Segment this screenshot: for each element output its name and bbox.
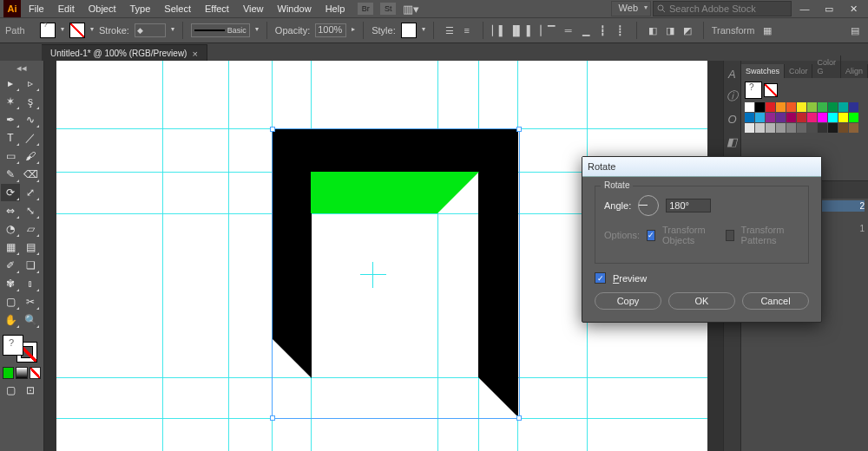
swatch-grid[interactable] xyxy=(745,102,865,133)
menu-edit[interactable]: Edit xyxy=(52,0,81,17)
ok-button[interactable]: OK xyxy=(668,292,735,310)
menu-file[interactable]: File xyxy=(23,0,50,17)
shape-green-tri[interactable] xyxy=(437,172,479,213)
menu-effect[interactable]: Effect xyxy=(199,0,235,17)
swatch[interactable] xyxy=(838,123,848,133)
tab-colorguide[interactable]: Color G xyxy=(812,56,841,78)
swatch[interactable] xyxy=(828,113,838,122)
type-tool[interactable]: T xyxy=(1,129,20,147)
align-bottom-icon[interactable]: ▁ xyxy=(578,23,594,37)
menu-window[interactable]: Window xyxy=(272,0,318,17)
window-maximize[interactable]: ▭ xyxy=(818,3,840,15)
swatch[interactable] xyxy=(838,102,848,112)
shape-mode-icon[interactable]: ◨ xyxy=(662,23,678,37)
window-minimize[interactable]: — xyxy=(793,3,816,14)
swatch[interactable] xyxy=(786,123,796,133)
tab-color[interactable]: Color xyxy=(785,64,813,78)
align-top-icon[interactable]: ▔ xyxy=(543,23,559,37)
current-fill-swatch[interactable]: ? xyxy=(745,82,762,99)
menu-help[interactable]: Help xyxy=(319,0,352,17)
perspective-tool[interactable]: ▱ xyxy=(21,220,40,238)
swatch[interactable] xyxy=(755,123,765,133)
preview-checkbox[interactable]: ✓ xyxy=(595,272,606,284)
symbol-sprayer-tool[interactable]: ✾ xyxy=(1,275,20,292)
tab-align[interactable]: Align xyxy=(841,64,868,78)
width-tool[interactable]: ⇔ xyxy=(1,202,20,219)
swatch[interactable] xyxy=(828,102,838,112)
selection-tool[interactable]: ▸ xyxy=(1,75,20,92)
none-swatch[interactable] xyxy=(764,83,778,97)
swatch[interactable] xyxy=(745,102,754,112)
swatch[interactable] xyxy=(766,102,775,112)
swatch[interactable] xyxy=(849,102,858,112)
rotate-tool[interactable]: ⟳ xyxy=(1,184,20,201)
hand-tool[interactable]: ✋ xyxy=(1,311,20,329)
pen-tool[interactable]: ✒ xyxy=(1,111,20,128)
opacity-field[interactable]: 100% xyxy=(315,23,346,37)
panel-icon[interactable]: A xyxy=(724,66,740,82)
slice-tool[interactable]: ✂ xyxy=(21,293,40,310)
eraser-tool[interactable]: ⌫ xyxy=(21,166,40,183)
copy-button[interactable]: Copy xyxy=(595,292,661,310)
swatch[interactable] xyxy=(755,113,765,122)
swatch[interactable] xyxy=(786,113,796,122)
brush-definition[interactable]: Basic xyxy=(191,23,250,37)
shape-left-leg[interactable] xyxy=(272,128,312,338)
swatch[interactable] xyxy=(818,123,827,133)
swatch[interactable] xyxy=(849,123,858,133)
swatch[interactable] xyxy=(766,113,775,122)
panel-icon[interactable]: O xyxy=(724,111,740,127)
angle-dial[interactable] xyxy=(638,195,659,216)
isolate-icon[interactable]: ▦ xyxy=(760,23,775,37)
panel-icon[interactable]: ⓘ xyxy=(724,88,740,104)
curvature-tool[interactable]: ∿ xyxy=(21,111,40,128)
shape-mode-icon[interactable]: ◧ xyxy=(645,23,661,37)
shaper-tool[interactable]: ✎ xyxy=(1,166,20,183)
swatch[interactable] xyxy=(766,123,775,133)
swatch[interactable] xyxy=(818,102,827,112)
color-mode-buttons[interactable] xyxy=(1,365,43,381)
swatch[interactable] xyxy=(838,113,848,122)
graph-tool[interactable]: ⫾ xyxy=(21,275,40,292)
align-right-icon[interactable]: ▌▕ xyxy=(526,23,542,37)
cancel-button[interactable]: Cancel xyxy=(742,292,809,310)
align-left-icon[interactable]: ▏▌ xyxy=(491,23,507,37)
dialog-titlebar[interactable]: Rotate xyxy=(582,157,821,177)
bridge-button[interactable]: Br xyxy=(358,3,373,15)
swatch[interactable] xyxy=(776,113,786,122)
swatch[interactable] xyxy=(776,102,786,112)
shape-mode-icon[interactable]: ◩ xyxy=(680,23,695,37)
eyedropper-tool[interactable]: ✐ xyxy=(1,257,20,274)
zoom-tool[interactable]: 🔍 xyxy=(21,311,40,329)
paintbrush-tool[interactable]: 🖌 xyxy=(21,147,40,165)
transform-link[interactable]: Transform xyxy=(712,25,755,36)
mesh-tool[interactable]: ▦ xyxy=(1,239,20,256)
swatch[interactable] xyxy=(797,113,806,122)
collapse-toolbox[interactable]: ◂◂ xyxy=(1,62,43,74)
panel-icon[interactable]: ◧ xyxy=(724,134,740,149)
close-tab-icon[interactable]: × xyxy=(192,49,197,59)
swatch[interactable] xyxy=(818,113,827,122)
line-tool[interactable]: ／ xyxy=(21,129,40,147)
swatch[interactable] xyxy=(755,102,765,112)
menu-object[interactable]: Object xyxy=(82,0,122,17)
gradient-tool[interactable]: ▤ xyxy=(21,239,40,256)
menu-type[interactable]: Type xyxy=(124,0,157,17)
window-close[interactable]: ✕ xyxy=(842,3,865,15)
workspace-switcher[interactable]: Web xyxy=(611,1,651,16)
swatch[interactable] xyxy=(807,113,817,122)
direct-selection-tool[interactable]: ▹ xyxy=(21,75,40,92)
shape-right-tri[interactable] xyxy=(478,377,518,417)
menu-view[interactable]: View xyxy=(237,0,270,17)
swatch[interactable] xyxy=(849,113,858,122)
swatch[interactable] xyxy=(745,113,754,122)
stock-search[interactable]: Search Adobe Stock xyxy=(653,1,792,16)
edit-mode[interactable]: ⊡ xyxy=(21,382,40,399)
style-swatch[interactable] xyxy=(401,23,417,38)
blend-tool[interactable]: ❏ xyxy=(21,257,40,274)
swatch[interactable] xyxy=(776,123,786,133)
align-icon[interactable]: ☰ xyxy=(442,23,457,37)
shape-left-tri[interactable] xyxy=(272,338,312,378)
arrange-icon[interactable]: ▥▾ xyxy=(403,3,419,16)
dist-icon[interactable]: ┋ xyxy=(613,23,628,37)
